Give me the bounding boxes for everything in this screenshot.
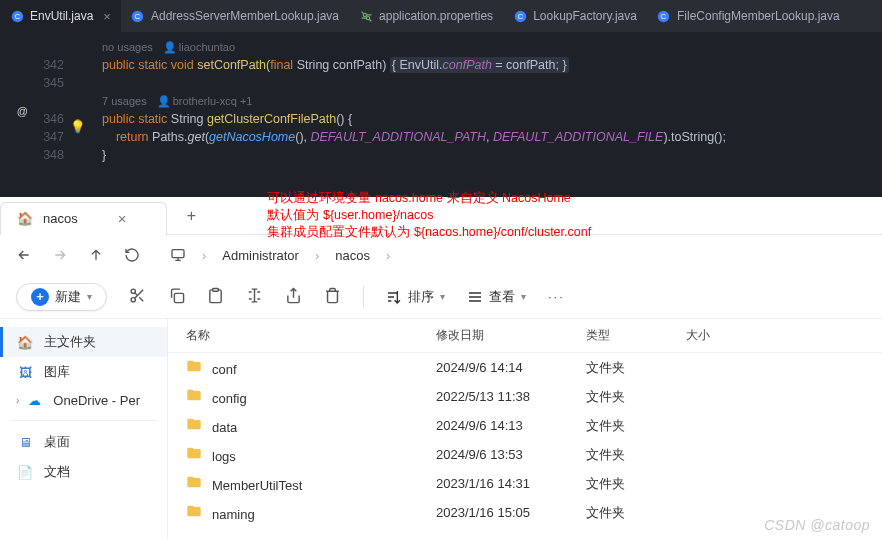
gutter-at-icon: @ [17, 102, 28, 120]
table-row[interactable]: config2022/5/13 11:38文件夹 [168, 382, 882, 411]
tab-label: EnvUtil.java [30, 9, 93, 23]
share-icon[interactable] [285, 287, 302, 307]
line-number [0, 38, 64, 56]
sidebar-item-home[interactable]: 🏠主文件夹 [0, 327, 167, 357]
svg-rect-13 [174, 293, 183, 302]
gallery-icon: 🖼 [16, 365, 34, 380]
code-line-342: public static void setConfPath(final Str… [102, 56, 882, 74]
tab-label: LookupFactory.java [533, 9, 637, 23]
nav-bar: › Administrator › nacos › [0, 235, 882, 275]
explorer-body: 🏠主文件夹 🖼图库 ›☁OneDrive - Per 🖥桌面 📄文档 名称 修改… [0, 319, 882, 539]
file-type: 文件夹 [586, 475, 686, 493]
tab-label: application.properties [379, 9, 493, 23]
file-name: config [212, 391, 247, 406]
tab-label: nacos [43, 211, 78, 226]
editor-tab[interactable]: CFileConfigMemberLookup.java [647, 0, 850, 32]
code-line-347: return Paths.get(getNacosHome(), DEFAULT… [102, 128, 882, 146]
table-row[interactable]: data2024/9/6 14:13文件夹 [168, 411, 882, 440]
editor-tabs: CEnvUtil.java×CAddressServerMemberLookup… [0, 0, 882, 32]
sidebar-item-gallery[interactable]: 🖼图库 [0, 357, 167, 387]
crumb-admin[interactable]: Administrator [222, 248, 299, 263]
desktop-icon: 🖥 [16, 435, 34, 450]
up-icon[interactable] [88, 247, 104, 263]
view-button[interactable]: 查看▾ [467, 288, 526, 306]
back-icon[interactable] [16, 247, 32, 263]
chevron-right-icon[interactable]: › [16, 395, 19, 406]
forward-icon [52, 247, 68, 263]
rename-icon[interactable] [246, 287, 263, 307]
file-list-header[interactable]: 名称 修改日期 类型 大小 [168, 319, 882, 353]
crumb-nacos[interactable]: nacos [335, 248, 370, 263]
table-row[interactable]: logs2024/9/6 13:53文件夹 [168, 440, 882, 469]
svg-point-11 [131, 289, 135, 293]
folder-icon [186, 445, 202, 461]
ide-pane: CEnvUtil.java×CAddressServerMemberLookup… [0, 0, 882, 197]
watermark: CSDN @catoop [764, 517, 870, 533]
delete-icon[interactable] [324, 287, 341, 307]
folder-icon [186, 358, 202, 374]
paste-icon[interactable] [207, 287, 224, 307]
svg-rect-10 [172, 250, 184, 258]
home-icon: 🏠 [16, 335, 34, 350]
folder-icon [186, 416, 202, 432]
col-date[interactable]: 修改日期 [436, 327, 586, 344]
close-icon[interactable]: × [118, 210, 127, 227]
home-icon: 🏠 [17, 211, 33, 226]
folder-icon [186, 387, 202, 403]
file-date: 2024/9/6 14:14 [436, 360, 586, 375]
monitor-icon[interactable] [170, 247, 186, 263]
file-type: 文件夹 [586, 417, 686, 435]
editor-tab[interactable]: CLookupFactory.java [503, 0, 647, 32]
table-row[interactable]: conf2024/9/6 14:14文件夹 [168, 353, 882, 382]
copy-icon[interactable] [168, 287, 185, 307]
file-list: 名称 修改日期 类型 大小 conf2024/9/6 14:14文件夹confi… [168, 319, 882, 539]
hint-line-1: no usages👤liaochuntao [102, 38, 882, 56]
line-number: 348 [0, 146, 64, 164]
cut-icon[interactable] [129, 287, 146, 307]
editor-tab[interactable]: application.properties [349, 0, 503, 32]
sort-button[interactable]: 排序▾ [386, 288, 445, 306]
explorer-toolbar: +新建▾ 排序▾ 查看▾ ··· [0, 275, 882, 319]
col-size[interactable]: 大小 [686, 327, 766, 344]
file-date: 2024/9/6 13:53 [436, 447, 586, 462]
code-area[interactable]: no usages👤liaochuntao public static void… [72, 32, 882, 197]
explorer-tab-nacos[interactable]: 🏠 nacos × [0, 202, 167, 235]
file-type: 文件夹 [586, 388, 686, 406]
close-icon[interactable]: × [103, 9, 111, 24]
file-date: 2023/1/16 14:31 [436, 476, 586, 491]
more-button[interactable]: ··· [548, 289, 565, 304]
svg-point-12 [131, 297, 135, 301]
col-name[interactable]: 名称 [186, 327, 436, 344]
sidebar-item-onedrive[interactable]: ›☁OneDrive - Per [0, 387, 167, 414]
editor-tab[interactable]: CEnvUtil.java× [0, 0, 121, 32]
sidebar-item-docs[interactable]: 📄文档 [0, 457, 167, 487]
sidebar: 🏠主文件夹 🖼图库 ›☁OneDrive - Per 🖥桌面 📄文档 [0, 319, 168, 539]
table-row[interactable]: MemberUtilTest2023/1/16 14:31文件夹 [168, 469, 882, 498]
sidebar-item-desktop[interactable]: 🖥桌面 [0, 427, 167, 457]
svg-point-4 [363, 13, 366, 16]
editor-tab[interactable]: CAddressServerMemberLookup.java [121, 0, 349, 32]
code-line-348: } [102, 146, 882, 164]
add-tab-button[interactable]: + [175, 207, 207, 225]
breadcrumb[interactable]: › Administrator › nacos › [170, 247, 390, 263]
class-icon: C [131, 9, 145, 23]
line-number: 342 [0, 56, 64, 74]
code-line-346: public static String getClusterConfFileP… [102, 110, 882, 128]
line-number: 346 [0, 110, 64, 128]
line-number [0, 92, 64, 110]
file-name: data [212, 420, 237, 435]
file-type: 文件夹 [586, 446, 686, 464]
svg-text:C: C [14, 11, 19, 20]
cloud-icon: ☁ [25, 393, 43, 408]
person-icon: 👤 [157, 95, 171, 107]
file-name: naming [212, 507, 255, 522]
refresh-icon[interactable] [124, 247, 140, 263]
col-type[interactable]: 类型 [586, 327, 686, 344]
person-icon: 👤 [163, 41, 177, 53]
svg-rect-14 [213, 288, 219, 291]
file-explorer: 🏠 nacos × + 可以通过环境变量 nacos.home 来自定义 Nac… [0, 197, 882, 539]
new-button[interactable]: +新建▾ [16, 283, 107, 311]
tab-label: FileConfigMemberLookup.java [677, 9, 840, 23]
folder-icon [186, 503, 202, 519]
chevron-right-icon: › [386, 248, 390, 263]
